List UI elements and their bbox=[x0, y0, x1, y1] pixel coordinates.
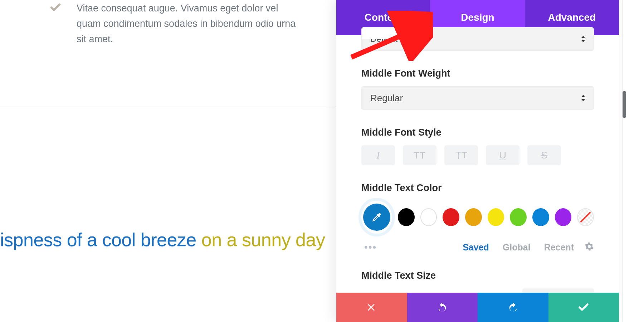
headline-segment-olive: on a sunny day bbox=[196, 229, 325, 250]
color-swatch-white[interactable] bbox=[420, 208, 437, 226]
color-swatch-orange[interactable] bbox=[465, 208, 482, 226]
italic-glyph: I bbox=[376, 150, 380, 161]
color-swatch-blue[interactable] bbox=[532, 208, 549, 226]
label-text-color: Middle Text Color bbox=[361, 182, 594, 194]
chevron-sort-icon bbox=[581, 94, 586, 102]
eyedropper-swatch bbox=[361, 201, 392, 234]
headline-segment-blue: ispness of a cool breeze bbox=[0, 229, 196, 250]
color-subtabs: ••• Saved Global Recent bbox=[361, 241, 594, 253]
viewport-right-gutter bbox=[623, 0, 644, 322]
color-swatch-none[interactable] bbox=[577, 208, 594, 226]
check-icon bbox=[49, 1, 62, 15]
font-style-buttons: I TT TT U S bbox=[361, 145, 594, 165]
color-swatches bbox=[361, 201, 594, 234]
select-font-weight[interactable]: Regular bbox=[361, 86, 594, 110]
close-icon bbox=[366, 302, 377, 313]
previous-field-select[interactable]: Default bbox=[361, 27, 594, 51]
underline-glyph: U bbox=[499, 150, 506, 161]
headline-preview: ispness of a cool breeze on a sunny day bbox=[0, 229, 340, 250]
scrollbar-thumb[interactable] bbox=[623, 91, 626, 118]
titlecase-big-glyph: T bbox=[455, 149, 462, 161]
panel-action-bar bbox=[336, 293, 619, 322]
color-swatch-red[interactable] bbox=[443, 208, 459, 226]
check-icon bbox=[577, 301, 590, 313]
more-dots-icon[interactable]: ••• bbox=[361, 241, 377, 253]
cancel-button[interactable] bbox=[336, 293, 407, 322]
style-underline-button[interactable]: U bbox=[486, 145, 519, 165]
redo-icon bbox=[507, 302, 519, 313]
save-button[interactable] bbox=[548, 293, 619, 322]
eyedropper-button[interactable] bbox=[363, 204, 390, 231]
gutter-edge bbox=[623, 0, 623, 322]
subtab-global[interactable]: Global bbox=[503, 242, 531, 253]
color-swatch-purple[interactable] bbox=[555, 208, 572, 226]
label-font-weight: Middle Font Weight bbox=[361, 68, 594, 79]
style-strike-button[interactable]: S bbox=[527, 145, 561, 165]
divider bbox=[0, 107, 336, 107]
color-swatch-yellow[interactable] bbox=[488, 208, 504, 226]
panel-body: Default Middle Font Weight Regular Middl… bbox=[336, 27, 619, 308]
label-font-style: Middle Font Style bbox=[361, 127, 594, 138]
uppercase-glyph: TT bbox=[414, 150, 426, 161]
titlecase-small-glyph: T bbox=[462, 150, 467, 160]
undo-icon bbox=[436, 302, 448, 313]
undo-button[interactable] bbox=[407, 293, 478, 322]
subtab-saved[interactable]: Saved bbox=[463, 242, 489, 253]
bullet-text: Vitae consequat augue. Vivamus eget dolo… bbox=[77, 1, 300, 47]
strike-glyph: S bbox=[541, 150, 548, 161]
color-swatch-black[interactable] bbox=[398, 208, 415, 226]
page-preview: Vitae consequat augue. Vivamus eget dolo… bbox=[0, 0, 336, 322]
label-text-size: Middle Text Size bbox=[361, 270, 594, 281]
style-uppercase-button[interactable]: TT bbox=[403, 145, 436, 165]
chevron-sort-icon bbox=[581, 35, 586, 43]
redo-button[interactable] bbox=[478, 293, 548, 322]
subtab-recent[interactable]: Recent bbox=[544, 242, 574, 253]
scroll-cutoff-mask bbox=[362, 28, 412, 39]
bullet-list-item: Vitae consequat augue. Vivamus eget dolo… bbox=[49, 1, 300, 47]
color-swatch-green[interactable] bbox=[510, 208, 527, 226]
style-titlecase-button[interactable]: TT bbox=[444, 145, 478, 165]
gear-icon[interactable] bbox=[585, 242, 594, 253]
select-font-weight-value: Regular bbox=[370, 93, 403, 104]
style-italic-button[interactable]: I bbox=[361, 145, 395, 165]
settings-panel: Content Design Advanced Default Middle F… bbox=[336, 0, 619, 322]
